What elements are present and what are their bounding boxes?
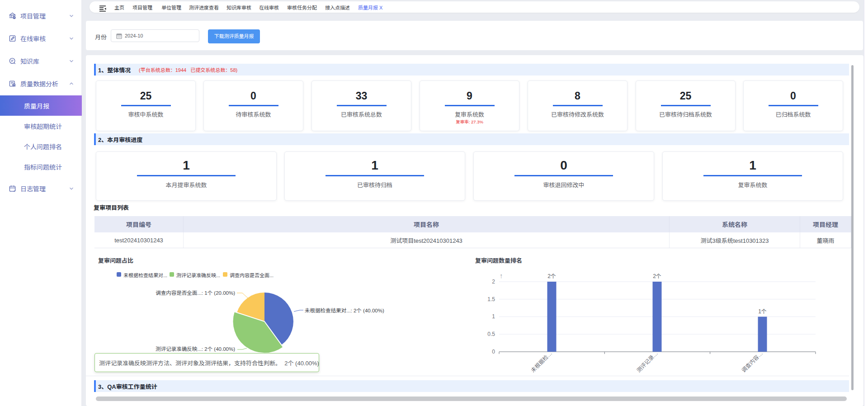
svg-text:↑: ↑	[500, 272, 503, 279]
svg-text:调查内容是否全面...: 1个 (20.00%): 调查内容是否全面...: 1个 (20.00%)	[156, 290, 235, 296]
svg-text:2: 2	[492, 279, 495, 285]
svg-text:测评记录准确反映...: 2个 (40.00%): 测评记录准确反映...: 2个 (40.00%)	[156, 346, 235, 352]
svg-text:1.5: 1.5	[487, 296, 495, 302]
svg-text:测评记录…: 测评记录…	[636, 350, 659, 373]
svg-text:0: 0	[492, 349, 495, 355]
svg-text:0.5: 0.5	[487, 331, 495, 337]
svg-text:未根据检…: 未根据检…	[530, 350, 553, 373]
svg-text:2个: 2个	[653, 273, 661, 279]
svg-text:未根据检查结果对...: 2个 (40.00%): 未根据检查结果对...: 2个 (40.00%)	[305, 307, 384, 313]
svg-text:1: 1	[492, 313, 495, 320]
svg-text:调查内容…: 调查内容…	[741, 350, 764, 373]
svg-text:2个: 2个	[547, 273, 556, 279]
svg-text:1个: 1个	[758, 308, 767, 315]
